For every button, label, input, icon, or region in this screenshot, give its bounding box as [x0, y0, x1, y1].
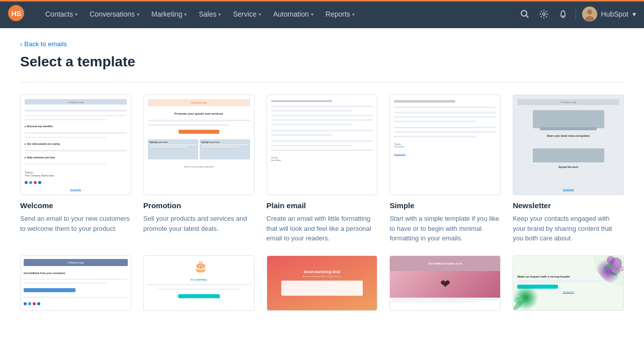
notifications-button[interactable]: [556, 8, 570, 21]
template-card-feedback[interactable]: Company logo Get feedback from your cust…: [20, 255, 131, 317]
svg-point-15: [514, 297, 520, 303]
template-preview-floral: Make an impact with a strong header Unsu…: [513, 255, 624, 311]
nav-item-reports[interactable]: Reports ▾: [320, 7, 360, 21]
template-preview-birthday: 🎂 It's a birthday: [143, 255, 255, 311]
template-name-simple: Simple: [389, 201, 501, 210]
svg-point-14: [513, 299, 524, 310]
template-name-promotion: Promotion: [143, 201, 255, 210]
nav-items: Contacts ▾ Conversations ▾ Marketing ▾ S…: [40, 7, 518, 21]
hubspot-logo[interactable]: HS: [8, 5, 32, 23]
template-grid-row2: Company logo Get feedback from your cust…: [20, 255, 624, 317]
page-content: ‹ Back to emails Select a template Compa…: [0, 28, 644, 329]
template-preview-feedback2: Your feedback matters to us ❤: [389, 255, 501, 311]
nav-item-service[interactable]: Service ▾: [228, 7, 266, 21]
template-desc-promotion: Sell your products and services and prom…: [143, 214, 255, 233]
nav-item-sales[interactable]: Sales ▾: [194, 7, 226, 21]
template-preview-welcome: Company logo ▸ Discover key benefits ▸ S…: [20, 95, 131, 195]
chevron-down-icon: ▾: [259, 12, 261, 17]
svg-point-11: [615, 269, 620, 274]
template-desc-newsletter: Keep your contacts engaged with your bra…: [513, 214, 624, 243]
svg-text:🎂: 🎂: [194, 259, 206, 273]
svg-text:HS: HS: [11, 10, 21, 18]
page-title: Select a template: [20, 54, 624, 70]
template-card-feedback2[interactable]: Your feedback matters to us ❤: [389, 255, 501, 317]
search-button[interactable]: [518, 8, 531, 21]
nav-divider: [576, 8, 576, 20]
template-grid-row1: Company logo ▸ Discover key benefits ▸ S…: [20, 95, 624, 243]
avatar: [582, 7, 597, 22]
chevron-down-icon: ▾: [352, 12, 355, 17]
template-card-plain[interactable]: Thanks,Your Name Plain email Create an e…: [267, 95, 378, 243]
nav-item-contacts[interactable]: Contacts ▾: [40, 7, 83, 21]
template-preview-promotion: Company logo Promote your goods and serv…: [143, 95, 255, 195]
chevron-down-icon: ▾: [184, 12, 187, 17]
user-name-label: HubSpot: [601, 10, 628, 18]
template-card-promotion[interactable]: Company logo Promote your goods and serv…: [143, 95, 255, 243]
template-preview-email-mkt: Email marketing 2018 At Email marketing …: [267, 255, 378, 311]
template-name-welcome: Welcome: [20, 201, 131, 210]
svg-point-3: [542, 13, 545, 16]
template-name-newsletter: Newsletter: [513, 201, 624, 210]
template-desc-plain: Create an email with little formatting t…: [267, 214, 378, 243]
chevron-down-icon: ▾: [632, 10, 636, 18]
nav-user[interactable]: HubSpot ▾: [582, 7, 636, 22]
chevron-down-icon: ▾: [75, 12, 77, 17]
chevron-left-icon: ‹: [20, 40, 22, 48]
nav-item-automation[interactable]: Automation ▾: [268, 7, 318, 21]
template-preview-newsletter: Company logo Share your latest news and …: [513, 95, 624, 195]
chevron-down-icon: ▾: [311, 12, 313, 17]
nav-item-conversations[interactable]: Conversations ▾: [85, 7, 144, 21]
section-divider: [20, 82, 624, 82]
template-card-floral[interactable]: Make an impact with a strong header Unsu…: [513, 255, 624, 317]
chevron-down-icon: ▾: [137, 12, 139, 17]
template-desc-welcome: Send an email to your new customers to w…: [20, 214, 131, 233]
template-card-email-mkt[interactable]: Email marketing 2018 At Email marketing …: [267, 255, 378, 317]
nav-item-marketing[interactable]: Marketing ▾: [146, 7, 192, 21]
template-card-simple[interactable]: Thanks,Your Name Unsubscribe Simple Star…: [389, 95, 501, 243]
svg-point-9: [607, 256, 615, 264]
template-card-newsletter[interactable]: Company logo Share your latest news and …: [513, 95, 624, 243]
chevron-down-icon: ▾: [218, 12, 221, 17]
template-preview-simple: Thanks,Your Name Unsubscribe: [389, 95, 501, 195]
template-preview-plain: Thanks,Your Name: [267, 95, 378, 195]
svg-point-5: [587, 10, 592, 15]
template-card-birthday[interactable]: 🎂 It's a birthday: [143, 255, 255, 317]
nav-right: HubSpot ▾: [518, 7, 636, 22]
template-preview-feedback: Company logo Get feedback from your cust…: [20, 255, 131, 311]
navbar: HS Contacts ▾ Conversations ▾ Marketing …: [0, 0, 644, 28]
template-card-welcome[interactable]: Company logo ▸ Discover key benefits ▸ S…: [20, 95, 131, 243]
template-desc-simple: Start with a simple template if you like…: [389, 214, 501, 243]
template-name-plain: Plain email: [267, 201, 378, 210]
settings-button[interactable]: [537, 8, 550, 21]
back-to-emails-link[interactable]: ‹ Back to emails: [20, 40, 624, 48]
